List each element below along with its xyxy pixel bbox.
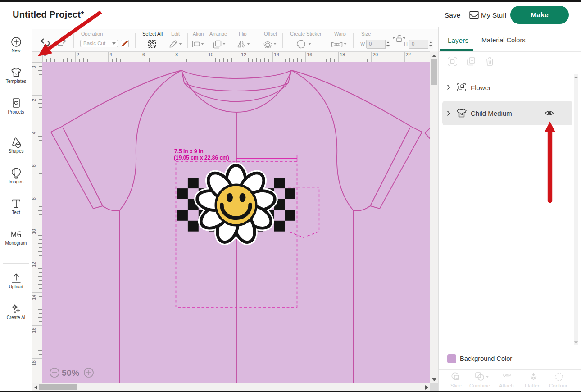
svg-text:(19.05 cm x 22.86 cm): (19.05 cm x 22.86 cm) <box>174 155 229 161</box>
svg-text:50%: 50% <box>62 368 80 378</box>
svg-text:7.5 in x 9 in: 7.5 in x 9 in <box>174 148 204 155</box>
